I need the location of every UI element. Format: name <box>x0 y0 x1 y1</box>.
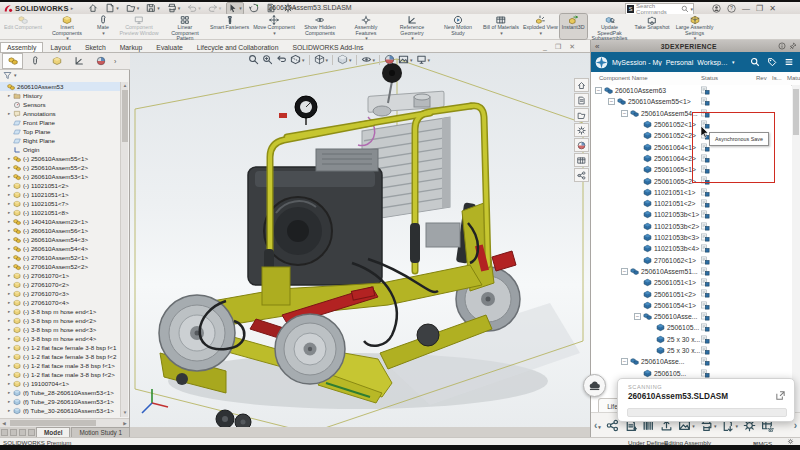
save-button[interactable]: ▾ <box>145 3 161 14</box>
view-orientation-button[interactable]: ▾ <box>314 54 329 65</box>
component-tree-scrollbar[interactable] <box>792 85 800 412</box>
asynchronous-save-status-icon[interactable] <box>701 267 710 276</box>
asynchronous-save-status-icon[interactable] <box>701 244 710 253</box>
view-settings-button[interactable]: ▾ <box>416 54 431 65</box>
component-tree-item[interactable]: 25 x 30 x... <box>591 345 791 356</box>
asynchronous-save-status-icon[interactable] <box>701 97 710 106</box>
minimize-button[interactable]: — <box>742 4 750 13</box>
display-style-button[interactable]: ▾ <box>337 54 352 65</box>
pin-icon[interactable] <box>789 42 797 50</box>
new-document-button[interactable]: ▾ <box>104 3 120 14</box>
appearance-button[interactable] <box>574 138 589 152</box>
asynchronous-save-status-icon[interactable] <box>701 188 710 197</box>
feature-tree-item[interactable]: ▸(-) 1-2 flat face male 3-8 bsp f<1> <box>0 361 115 370</box>
settings-button[interactable] <box>574 123 589 137</box>
section-view-button[interactable]: ▾ <box>290 54 305 65</box>
fm-tab-dimxpertmanager[interactable] <box>68 53 89 69</box>
tab-evaluate[interactable]: Evaluate <box>149 42 189 52</box>
ribbon-button-insert-components[interactable]: Insert Components▾ <box>44 14 90 39</box>
feature-tree-item[interactable]: ▸(-) 27061070<4> <box>0 298 69 307</box>
feature-tree-item[interactable]: ▸(f) Tube_29-260610Assem53<1> <box>0 397 114 406</box>
ribbon-button-reference-geometry[interactable]: Reference Geometry▾ <box>389 14 435 39</box>
feature-tree-item[interactable]: 260610Assem53 <box>0 82 120 91</box>
component-tree-item[interactable]: 27061062<1> <box>591 255 791 266</box>
external-link-icon[interactable] <box>775 390 786 401</box>
graphics-viewport[interactable]: ▾▾▾▾▾▾ <box>130 53 590 427</box>
fm-tab-displaymanager[interactable] <box>90 53 111 69</box>
toolbar-scroll-right-icon[interactable]: › <box>791 420 800 431</box>
column-header-status[interactable]: Status <box>701 75 718 81</box>
feature-tree-item[interactable]: ▸(f) Tube_30-260610Assem53<1> <box>0 406 114 415</box>
share-link-button[interactable] <box>574 168 589 182</box>
vscroll-thumb[interactable] <box>122 90 128 142</box>
mysession-header[interactable]: MySession - My_Personal_Workspace ... ▾ <box>591 52 800 72</box>
tab-sketch[interactable]: Sketch <box>78 42 113 52</box>
component-tree-item[interactable]: 25 x 30 x... <box>591 334 791 345</box>
feature-tree-item[interactable]: ▸(-) 1-2 flat face male 3-8 bsp f<2> <box>0 370 115 379</box>
print-button[interactable]: ▾ <box>166 3 182 14</box>
ribbon-button-large-assembly[interactable]: Large Assembly Settings▾ <box>672 14 718 39</box>
explorer-button[interactable] <box>574 93 589 107</box>
feature-tree-item[interactable]: Sensors <box>0 100 46 109</box>
feature-tree-item[interactable]: ▸(-) 1-2 flat face female 3-8 bsp f<1 <box>0 343 116 352</box>
rvscroll-thumb[interactable] <box>793 89 799 135</box>
collapse-box-icon[interactable]: − <box>621 358 628 365</box>
ribbon-button-component-preview[interactable]: Component Preview Window <box>116 14 162 39</box>
tab-solidworks-add-ins[interactable]: SOLIDWORKS Add-Ins <box>285 42 370 52</box>
feature-tree-item[interactable]: ▸(-) 11021051<7> <box>0 199 69 208</box>
dock-header[interactable]: « 3DEXPERIENCE <box>591 40 800 52</box>
component-tree-item[interactable]: 11021053b<2> <box>591 221 791 232</box>
feature-tree-item[interactable]: ▸(-) 270610Assem52<1> <box>0 253 88 262</box>
compass-icon[interactable] <box>595 56 608 69</box>
asynchronous-save-status-icon[interactable] <box>701 301 710 310</box>
feature-tree-item[interactable]: ▸(-) 3-8 bsp m hose end<3> <box>0 325 96 334</box>
column-header-rev[interactable]: Rev <box>756 75 767 81</box>
tab-lifecycle-and-collaboration[interactable]: Lifecycle and Collaboration <box>190 42 286 52</box>
user-account-icon[interactable] <box>712 4 721 13</box>
session-caret-icon[interactable]: ▾ <box>732 59 735 65</box>
restore-button[interactable]: ❐ <box>756 4 763 13</box>
collapse-box-icon[interactable]: − <box>595 87 602 94</box>
feature-tree-item[interactable]: Front Plane <box>0 118 55 127</box>
data-table-button[interactable] <box>574 153 589 167</box>
feature-tree-item[interactable]: Origin <box>0 145 40 154</box>
feature-tree-item[interactable]: ▸(-) 11021051<8> <box>0 208 69 217</box>
collapse-box-icon[interactable]: − <box>621 268 628 275</box>
ribbon-button-linear-pattern[interactable]: Linear Component Pattern▾ <box>162 14 208 39</box>
zoom-to-area-button[interactable] <box>262 54 273 65</box>
feature-tree-item[interactable]: ▸(-) 250610Assem55<1> <box>0 154 88 163</box>
info-icon[interactable] <box>778 42 786 50</box>
column-header-is-[interactable]: Is... <box>772 75 782 81</box>
feature-tree-item[interactable]: ▸(-) 27061070<2> <box>0 280 69 289</box>
tree-filter-row[interactable]: ▾ <box>0 69 132 81</box>
open-button[interactable]: ▾ <box>125 3 141 14</box>
tab-assembly[interactable]: Assembly <box>0 42 43 52</box>
ribbon-button-motion-study[interactable]: New Motion Study <box>435 14 481 39</box>
help-icon[interactable]: ? <box>727 4 736 13</box>
scroll-down-icon[interactable]: ▼ <box>121 409 129 417</box>
scroll-up-icon[interactable]: ▲ <box>121 82 129 90</box>
component-tree-item[interactable]: 11021053b<1> <box>591 209 791 220</box>
split-pane-button[interactable] <box>19 429 26 436</box>
feature-tree-vscrollbar[interactable]: ▲ ▼ <box>120 82 128 417</box>
column-header-component-name[interactable]: Component Name <box>599 75 648 81</box>
component-tree-item[interactable]: −250610Assem51... <box>591 266 791 277</box>
fm-tab-configurationmanager[interactable] <box>46 53 67 69</box>
feature-tree-item[interactable]: ▸(f) Tube_28-260610Assem53<1> <box>0 388 114 397</box>
feature-tree-item[interactable]: ▸(-) 260610Assem54<3> <box>0 235 88 244</box>
undo-button[interactable]: ▾ <box>186 3 202 14</box>
collapse-panel-icon[interactable]: « <box>591 42 599 51</box>
panel-restore-icon[interactable]: ❐ <box>555 43 561 51</box>
fm-tab-propertymanager[interactable] <box>24 53 45 69</box>
panel-search-icon[interactable] <box>750 57 760 67</box>
bottom-tab-model[interactable]: Model <box>36 427 70 437</box>
component-tree-item[interactable]: 11021053b<4> <box>591 243 791 254</box>
redo-button[interactable]: ▾ <box>207 3 223 14</box>
status-options-icon[interactable] <box>787 438 794 445</box>
asynchronous-save-status-icon[interactable] <box>701 210 710 219</box>
component-tree-item[interactable]: 25061051<1> <box>591 277 791 288</box>
panel-close-icon[interactable]: ✕ <box>569 43 575 51</box>
component-tree-item[interactable]: 25061051<2> <box>591 288 791 299</box>
toolbar-scroll-left-icon[interactable]: ‹▾ <box>591 420 604 431</box>
edit-appearance-button[interactable] <box>384 54 395 65</box>
